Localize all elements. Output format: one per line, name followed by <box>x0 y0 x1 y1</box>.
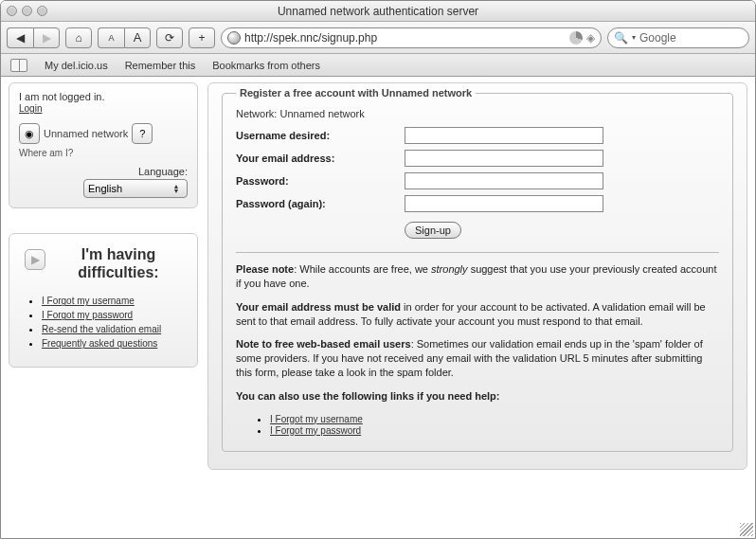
signup-fieldset: Register a free account with Unnamed net… <box>222 87 733 452</box>
network-name: Unnamed network <box>44 128 128 139</box>
resend-validation-link[interactable]: Re-send the validation email <box>42 324 161 334</box>
search-icon: 🔍 <box>614 31 628 45</box>
search-placeholder: Google <box>639 31 676 45</box>
network-icon-button[interactable]: ◉ <box>19 123 40 144</box>
url-text: http://spek.nnc/signup.php <box>244 31 377 45</box>
window-titlebar: Unnamed network authentication server <box>1 1 755 22</box>
rss-icon[interactable]: ◈ <box>586 31 595 45</box>
globe-icon: ◉ <box>25 128 34 140</box>
add-bookmark-button[interactable]: + <box>189 27 215 48</box>
signup-legend: Register a free account with Unnamed net… <box>236 87 476 99</box>
chevron-down-icon: ▾ <box>632 33 636 42</box>
login-status-panel: I am not logged in. Login ◉ Unnamed netw… <box>9 82 198 208</box>
bookmark-item[interactable]: My del.icio.us <box>45 60 108 71</box>
bookmarks-bar: My del.icio.us Remember this Bookmarks f… <box>1 54 755 77</box>
note-email-valid: Your email address must be valid in orde… <box>236 300 719 329</box>
where-am-i-link[interactable]: Where am I? <box>19 148 188 158</box>
home-button[interactable]: ⌂ <box>65 27 92 48</box>
login-status-text: I am not logged in. <box>19 91 188 102</box>
note-forgot-password-link[interactable]: I Forgot my password <box>270 425 361 436</box>
language-label: Language: <box>19 166 188 177</box>
faq-link[interactable]: Frequently asked questions <box>42 338 157 349</box>
note-forgot-username-link[interactable]: I Forgot my username <box>270 414 363 424</box>
back-button[interactable]: ◀ <box>7 27 33 48</box>
forgot-password-link[interactable]: I Forgot my password <box>42 310 133 320</box>
username-label: Username desired: <box>236 130 405 141</box>
login-link[interactable]: Login <box>19 103 42 114</box>
password2-input[interactable] <box>405 195 603 212</box>
bookmark-item[interactable]: Bookmarks from others <box>212 60 320 71</box>
language-select[interactable]: English ▲▼ <box>83 179 188 198</box>
bookmarks-menu-icon[interactable] <box>10 59 27 72</box>
help-panel: ▶ I'm having difficulties: I Forgot my u… <box>9 233 198 368</box>
resize-grip-icon[interactable] <box>740 523 753 536</box>
collapse-arrow-button[interactable]: ▶ <box>25 249 45 270</box>
password-label: Password: <box>236 175 405 187</box>
main-content: Register a free account with Unnamed net… <box>207 82 747 470</box>
forgot-username-link[interactable]: I Forgot my username <box>42 296 135 306</box>
email-input[interactable] <box>405 150 603 167</box>
select-arrows-icon: ▲▼ <box>170 184 183 193</box>
note-please: Please note: While accounts are free, we… <box>236 262 719 291</box>
email-label: Your email address: <box>236 153 405 164</box>
text-larger-button[interactable]: A <box>124 27 151 48</box>
network-line: Network: Unnamed network <box>236 108 719 119</box>
bookmark-item[interactable]: Remember this <box>125 60 196 71</box>
browser-toolbar: ◀ ▶ ⌂ A A ⟳ + http://spek.nnc/signup.php… <box>1 22 755 54</box>
language-value: English <box>88 183 122 194</box>
password-input[interactable] <box>405 172 603 189</box>
site-icon <box>227 31 241 45</box>
password2-label: Password (again): <box>236 198 405 209</box>
forward-button[interactable]: ▶ <box>33 27 60 48</box>
divider <box>236 252 719 253</box>
address-bar[interactable]: http://spek.nnc/signup.php ◈ <box>221 27 602 48</box>
window-title: Unnamed network authentication server <box>1 5 755 18</box>
search-bar[interactable]: 🔍 ▾ Google <box>607 27 749 48</box>
reload-button[interactable]: ⟳ <box>156 27 183 48</box>
note-help-links-intro: You can also use the following links if … <box>236 389 719 404</box>
question-icon: ? <box>139 128 145 139</box>
note-webmail: Note to free web-based email users: Some… <box>236 337 719 380</box>
username-input[interactable] <box>405 127 603 144</box>
loading-spinner-icon <box>569 31 583 45</box>
text-smaller-button[interactable]: A <box>98 27 124 48</box>
signup-button[interactable]: Sign-up <box>405 222 461 239</box>
help-button[interactable]: ? <box>132 123 153 144</box>
help-title: I'm having difficulties: <box>55 245 182 281</box>
